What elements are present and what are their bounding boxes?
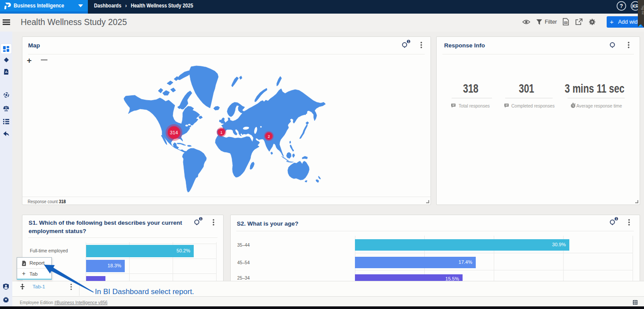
svg-text:1: 1	[615, 217, 617, 220]
svg-text:1: 1	[200, 217, 202, 220]
svg-text:?: ?	[620, 3, 623, 9]
svg-text:Tag me: Tag me	[641, 5, 644, 15]
svg-text:314: 314	[170, 130, 178, 135]
svg-text:PDF: PDF	[564, 22, 568, 24]
svg-text:1: 1	[220, 130, 222, 135]
svg-text:2: 2	[268, 134, 270, 139]
svg-text:1: 1	[408, 40, 409, 43]
